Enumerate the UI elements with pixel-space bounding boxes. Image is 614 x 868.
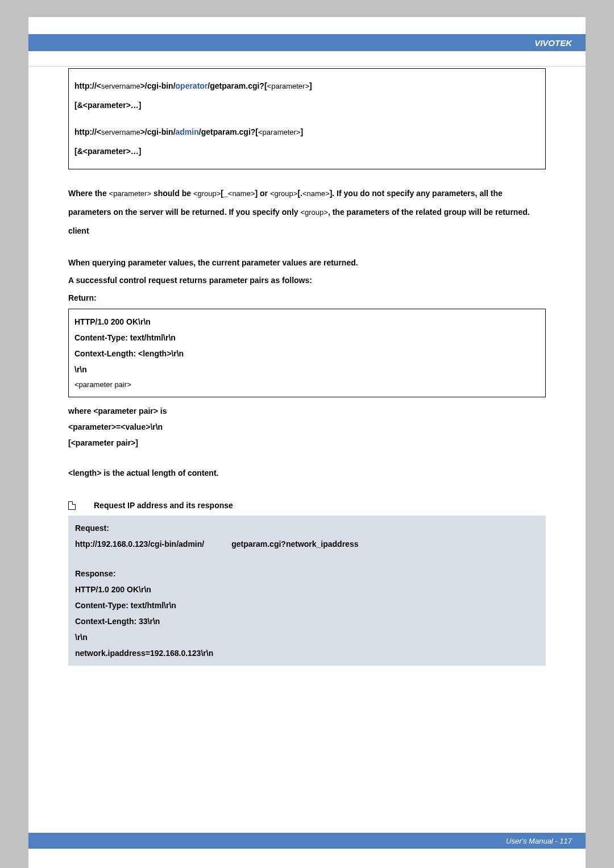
request-url-line: http://192.168.0.123/cgi-bin/admin/ getp… — [75, 536, 539, 552]
where-block: where <parameter pair> is <parameter>=<v… — [68, 403, 546, 451]
return-label: Return: — [68, 289, 546, 307]
response-line-1: HTTP/1.0 200 OK\r\n — [75, 582, 539, 597]
spacer — [74, 115, 540, 123]
parameter-explanation: Where the <parameter> should be <group>[… — [68, 184, 546, 240]
return-line-3: Context-Length: <length>\r\n — [74, 346, 540, 362]
example-header: Request IP address and its response — [68, 497, 546, 514]
query-note: When querying parameter values, the curr… — [68, 254, 546, 272]
response-line-4: \r\n — [75, 629, 539, 645]
url-syntax-box: http://<servername>/cgi-bin/operator/get… — [68, 68, 546, 169]
where-line-3: [<parameter pair>] — [68, 435, 546, 451]
example-title: Request IP address and its response — [94, 497, 233, 514]
return-line-4: \r\n — [74, 362, 540, 377]
response-line-3: Context-Length: 33\r\n — [75, 613, 539, 629]
response-line-5: network.ipaddress=192.168.0.123\r\n — [75, 645, 539, 661]
response-label: Response: — [75, 566, 539, 582]
page-content: http://<servername>/cgi-bin/operator/get… — [28, 17, 586, 666]
response-line-2: Content-Type: text/html\r\n — [75, 597, 539, 613]
where-line-2: <parameter>=<value>\r\n — [68, 419, 546, 435]
request-section: Request: http://192.168.0.123/cgi-bin/ad… — [75, 520, 539, 552]
return-line-1: HTTP/1.0 200 OK\r\n — [74, 314, 540, 330]
example-block: Request: http://192.168.0.123/cgi-bin/ad… — [68, 516, 546, 666]
syntax-line-4: [&<parameter>…] — [74, 142, 540, 161]
header-bar: VIVOTEK — [28, 34, 586, 51]
where-line-1: where <parameter pair> is — [68, 403, 546, 419]
return-line-5: <parameter pair> — [74, 377, 540, 392]
page-icon — [68, 501, 76, 510]
syntax-line-2: [&<parameter>…] — [74, 96, 540, 115]
return-line-2: Content-Type: text/html\r\n — [74, 330, 540, 346]
syntax-line-1: http://<servername>/cgi-bin/operator/get… — [74, 77, 540, 96]
header-divider — [28, 66, 586, 67]
syntax-line-3: http://<servername>/cgi-bin/admin/getpar… — [74, 123, 540, 142]
brand-label: VIVOTEK — [534, 38, 572, 48]
page-container: VIVOTEK http://<servername>/cgi-bin/oper… — [28, 17, 586, 868]
request-label: Request: — [75, 520, 539, 536]
footer-bar: User's Manual - 117 — [28, 833, 586, 849]
return-box: HTTP/1.0 200 OK\r\n Content-Type: text/h… — [68, 309, 546, 397]
footer-text: User's Manual - 117 — [506, 837, 572, 845]
success-note: A successful control request returns par… — [68, 272, 546, 289]
length-note: <length> is the actual length of content… — [68, 464, 546, 482]
